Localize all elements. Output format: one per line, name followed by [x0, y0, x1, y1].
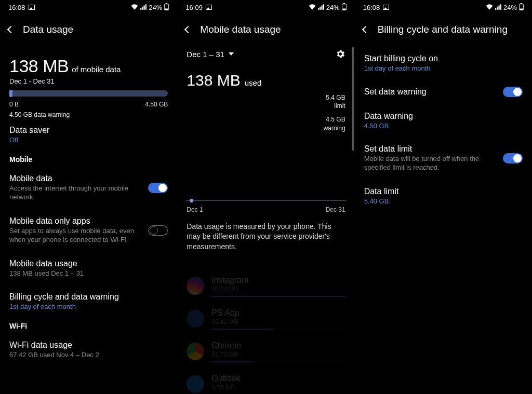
- back-icon[interactable]: [362, 26, 369, 33]
- usage-suffix: used: [245, 78, 262, 87]
- app-bar-fill: [211, 296, 345, 297]
- wifi-icon: [309, 4, 316, 11]
- mobile-data-usage-title: Mobile data usage: [9, 259, 168, 268]
- wifi-data-usage-title: Wi-Fi data usage: [9, 341, 168, 350]
- app-size: 70.04 MB: [211, 286, 345, 293]
- data-limit-item[interactable]: Data limit 5.40 GB: [364, 180, 523, 212]
- wifi-data-usage-item[interactable]: Wi-Fi data usage 67.42 GB used Nov 4 – D…: [9, 333, 168, 367]
- svg-rect-8: [520, 8, 523, 10]
- battery-icon: [519, 3, 524, 12]
- app-row[interactable]: Chrome21.73 MB: [187, 335, 345, 368]
- app-icon-outlook: [187, 375, 204, 393]
- set-data-limit-title: Set data limit: [364, 144, 497, 154]
- mobile-data-item[interactable]: Mobile data Access the internet through …: [9, 167, 168, 209]
- mobile-only-apps-item[interactable]: Mobile data only apps Set apps to always…: [9, 209, 168, 252]
- data-saver-title: Data saver: [9, 126, 168, 135]
- wifi-icon: [131, 4, 138, 11]
- battery-percent: 24%: [149, 4, 162, 11]
- usage-bar-labels: 0 B 4.50 GB: [9, 101, 168, 108]
- signal-icon: [318, 4, 324, 11]
- chart-start: Dec 1: [187, 206, 203, 213]
- set-data-warning-item[interactable]: Set data warning: [364, 79, 523, 104]
- usage-summary: 138 MB of mobile data: [9, 56, 168, 76]
- screenshot-icon: [383, 5, 389, 10]
- app-icon-chrome: [187, 343, 204, 360]
- usage-amount: 138 MB: [9, 56, 69, 76]
- usage-bar-warning: 4.50 GB data warning: [9, 111, 168, 118]
- chevron-down-icon: [229, 52, 234, 56]
- app-usage-list: Instagram70.04 MB PS App32.41 MB Chrome2…: [187, 270, 345, 394]
- mobile-only-apps-sub: Set apps to always use mobile data, even…: [9, 227, 142, 244]
- screenshot-icon: [206, 5, 212, 10]
- clock: 16:09: [185, 4, 203, 11]
- usage-range: Dec 1 - Dec 31: [9, 77, 168, 85]
- limit-value: 5.4 GB: [326, 94, 345, 101]
- back-icon[interactable]: [184, 26, 192, 33]
- chart-end: Dec 31: [326, 206, 345, 213]
- header: Mobile data usage: [177, 15, 354, 42]
- battery-percent: 24%: [326, 4, 340, 11]
- clock: 16:08: [8, 4, 25, 11]
- limit-label: limit: [334, 102, 345, 110]
- app-row[interactable]: Outlook5.26 MB: [187, 368, 345, 394]
- screen-data-usage: 16:08 24% Data usage 138 MB of mobile da…: [0, 0, 177, 394]
- mobile-data-toggle[interactable]: [148, 183, 168, 193]
- app-icon-instagram: [187, 277, 204, 295]
- start-billing-value: 1st day of each month: [364, 64, 523, 72]
- mobile-data-title: Mobile data: [9, 174, 142, 183]
- svg-rect-5: [342, 8, 345, 10]
- app-row[interactable]: PS App32.41 MB: [187, 303, 345, 335]
- app-size: 5.26 MB: [211, 384, 345, 391]
- data-saver-item[interactable]: Data saver Off: [9, 118, 168, 151]
- set-data-limit-sub: Mobile data will be turned off when the …: [364, 155, 497, 172]
- scroll-indicator: [352, 47, 354, 151]
- data-warning-item[interactable]: Data warning 4.50 GB: [364, 104, 523, 137]
- data-limit-value: 5.40 GB: [364, 197, 523, 205]
- usage-chart: [187, 195, 345, 204]
- mobile-only-apps-toggle[interactable]: [148, 225, 168, 236]
- period-selector[interactable]: Dec 1 – 31: [187, 50, 234, 59]
- header: Data usage: [0, 15, 177, 42]
- usage-bar-min: 0 B: [9, 101, 19, 108]
- mobile-data-usage-item[interactable]: Mobile data usage 138 MB used Dec 1 – 31: [9, 252, 168, 286]
- status-bar: 16:09 24%: [177, 0, 354, 15]
- battery-icon: [164, 3, 169, 12]
- data-saver-value: Off: [9, 136, 168, 144]
- billing-cycle-title: Billing cycle and data warning: [9, 292, 168, 302]
- billing-cycle-item[interactable]: Billing cycle and data warning 1st day o…: [9, 285, 168, 318]
- set-data-warning-toggle[interactable]: [503, 87, 523, 97]
- warning-label: warning: [324, 125, 345, 132]
- header: Billing cycle and data warning: [355, 15, 532, 42]
- back-icon[interactable]: [7, 26, 15, 33]
- start-billing-item[interactable]: Start billing cycle on 1st day of each m…: [364, 47, 523, 79]
- set-data-limit-item[interactable]: Set data limit Mobile data will be turne…: [364, 137, 523, 180]
- status-bar: 16:08 24%: [355, 0, 532, 15]
- app-size: 21.73 MB: [211, 351, 345, 358]
- app-row[interactable]: Instagram70.04 MB: [187, 270, 345, 303]
- app-bar-fill: [211, 361, 253, 362]
- app-size: 32.41 MB: [211, 318, 345, 325]
- gear-icon[interactable]: [335, 49, 345, 59]
- data-warning-title: Data warning: [364, 112, 523, 121]
- set-data-warning-title: Set data warning: [364, 87, 497, 97]
- usage-suffix: of mobile data: [72, 65, 121, 74]
- data-limit-title: Data limit: [364, 187, 523, 196]
- usage-chart-marker: [190, 199, 193, 202]
- usage-bar-max: 4.50 GB: [145, 101, 168, 108]
- usage-bar[interactable]: [9, 90, 168, 97]
- usage-bar-knob: [9, 90, 12, 97]
- section-wifi: Wi-Fi: [9, 318, 168, 333]
- mobile-only-apps-title: Mobile data only apps: [9, 216, 142, 226]
- wifi-data-usage-sub: 67.42 GB used Nov 4 – Dec 2: [9, 351, 168, 360]
- set-data-limit-toggle[interactable]: [503, 153, 523, 164]
- billing-cycle-sub: 1st day of each month: [9, 303, 168, 310]
- page-title: Mobile data usage: [200, 24, 281, 35]
- mobile-data-sub: Access the internet through your mobile …: [9, 184, 142, 202]
- signal-icon: [140, 4, 147, 11]
- app-icon-psapp: [187, 310, 204, 328]
- limit-warning-stats: 5.4 GB limit 4.5 GB warning: [187, 93, 345, 132]
- warning-value: 4.5 GB: [326, 116, 345, 123]
- usage-amount: 138 MB: [187, 72, 240, 89]
- app-name: Chrome: [211, 341, 345, 350]
- page-title: Billing cycle and data warning: [378, 24, 508, 35]
